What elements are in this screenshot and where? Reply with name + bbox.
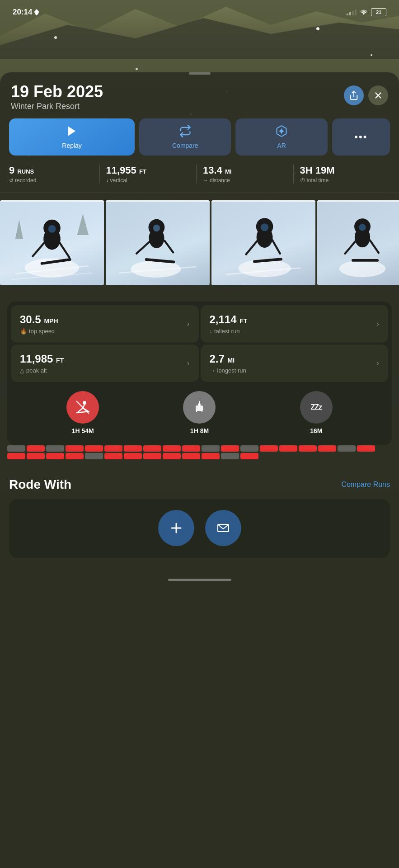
svg-point-2 [363,14,364,15]
svg-point-26 [153,225,160,231]
longest-run-value: 2.7 [210,353,225,365]
rest-zzz-icon: ZZz [311,404,322,411]
run-dot [338,445,356,452]
status-icons: 21 [347,8,386,16]
activity-date: 19 Feb 2025 [11,83,103,101]
run-dot [163,445,181,452]
svg-marker-22 [77,214,89,235]
longest-run-card[interactable]: 2.7 MI → longest run › [201,344,389,382]
compare-label: Compare [172,142,198,149]
activity-sheet: 19 Feb 2025 Winter Park Resort [0,72,399,868]
runs-value: 9 [9,165,14,176]
runs-unit: RUNS [17,168,34,175]
run-dot [357,445,375,452]
peak-alt-chevron: › [187,359,190,368]
svg-marker-21 [15,220,23,239]
distance-value: 13.4 [203,165,222,176]
header-info: 19 Feb 2025 Winter Park Resort [11,83,103,111]
distance-icon: → [203,177,208,184]
run-dot [124,453,142,459]
resort-name: Winter Park Resort [11,102,103,111]
run-dot [7,453,25,459]
home-indicator [0,571,399,588]
run-dot [279,445,297,452]
svg-point-42 [359,224,366,231]
photo-4[interactable] [317,200,399,285]
svg-point-39 [339,260,386,277]
run-dot [202,445,220,452]
compare-runs-link[interactable]: Compare Runs [341,481,390,489]
run-dot [163,453,181,459]
distance-label: → distance [203,177,287,184]
sheet-header: 19 Feb 2025 Winter Park Resort [0,75,399,118]
lift-activity: 1H 8M [183,391,216,434]
battery-icon: 21 [371,8,386,16]
run-dot [143,445,161,452]
run-dot [124,445,142,452]
distance-unit: MI [225,168,231,175]
top-speed-value: 30.5 [20,313,41,326]
stats-detail-cards: 30.5 MPH 🔥 top speed › 2,114 FT [7,302,392,445]
ar-icon [275,125,288,139]
svg-point-34 [261,223,268,231]
vertical-value: 11,955 [106,165,136,176]
run-dot [27,445,45,452]
photo-1[interactable] [0,200,104,285]
compare-icon [179,125,192,139]
run-dot [299,445,317,452]
svg-point-31 [238,259,291,277]
rode-with-section: Rode With Compare Runs [0,468,399,558]
run-dot [85,445,103,452]
run-dot [240,453,258,459]
time-value: 3H 19M [300,165,335,176]
svg-line-28 [164,241,173,253]
ar-button[interactable]: AR [235,118,327,156]
run-indicators [0,445,399,468]
lift-duration: 1H 8M [190,427,209,434]
tallest-run-chevron: › [376,319,379,329]
share-button[interactable] [344,85,364,105]
replay-button[interactable]: Replay [9,118,135,156]
run-dot [104,445,122,452]
svg-point-54 [198,403,201,406]
run-dot [104,453,122,459]
skiing-duration: 1H 54M [72,427,94,434]
photo-2[interactable] [106,200,210,285]
peak-alt-card[interactable]: 11,985 FT △ peak alt › [11,344,199,382]
runs-icon: ↺ [9,177,14,184]
tallest-run-card[interactable]: 2,114 FT ↓ tallest run › [201,305,389,343]
run-dot [240,445,258,452]
run-dot [66,453,84,459]
more-button[interactable]: ••• [332,118,390,156]
signal-icon [347,9,357,15]
invite-button[interactable] [205,510,241,546]
close-button[interactable] [368,85,388,105]
run-dot [260,445,278,452]
rest-duration: 16M [310,427,322,434]
add-friend-button[interactable] [158,510,194,546]
run-dot [221,445,239,452]
time-icon: ⏱ [300,177,305,184]
skiing-activity: 1H 54M [66,391,99,434]
svg-line-36 [272,240,280,254]
top-speed-icon: 🔥 [20,328,27,335]
svg-line-35 [246,241,257,255]
vertical-unit: FT [139,168,146,175]
stat-runs: 9 RUNS ↺ recorded [9,165,100,184]
tallest-run-icon: ↓ [210,328,213,335]
run-dot [46,453,64,459]
more-icon: ••• [354,132,367,142]
stat-vertical: 11,955 FT ↓ vertical [100,165,197,184]
compare-button[interactable]: Compare [139,118,231,156]
stats-summary: 9 RUNS ↺ recorded 11,955 FT ↓ vertical 1… [0,165,399,193]
rode-with-title: Rode With [9,477,71,492]
photo-3[interactable] [211,200,315,285]
svg-line-48 [78,408,83,412]
top-speed-card[interactable]: 30.5 MPH 🔥 top speed › [11,305,199,343]
tallest-run-unit: FT [239,317,247,325]
time-display: 20:14 [13,8,32,17]
run-dot [318,445,336,452]
longest-run-icon: → [210,367,216,374]
run-dot [46,445,64,452]
stat-time: 3H 19M ⏱ total time [294,165,390,184]
